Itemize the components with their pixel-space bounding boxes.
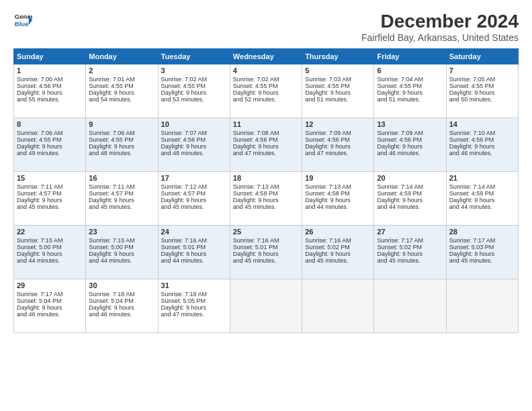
header-day-sunday: Sunday [14, 49, 86, 64]
day-info-line: and 44 minutes. [449, 203, 515, 210]
day-info-line: and 45 minutes. [233, 203, 299, 210]
day-info-line: Sunset: 4:58 PM [305, 190, 371, 197]
calendar-cell: 31Sunrise: 7:18 AMSunset: 5:05 PMDayligh… [158, 279, 230, 333]
day-info-line: Sunrise: 7:09 AM [305, 130, 371, 136]
day-info-line: Sunrise: 7:17 AM [17, 291, 83, 298]
day-info-line: Sunset: 4:56 PM [449, 136, 515, 143]
day-info-line: Sunset: 5:00 PM [17, 244, 83, 250]
calendar-cell: 20Sunrise: 7:14 AMSunset: 4:59 PMDayligh… [374, 172, 446, 226]
day-info-line: and 44 minutes. [17, 257, 83, 264]
day-info-line: Sunrise: 7:16 AM [305, 237, 371, 244]
day-number: 10 [161, 120, 227, 128]
day-info-line: Sunset: 5:02 PM [305, 244, 371, 250]
day-info-line: and 55 minutes. [17, 96, 83, 103]
header-day-wednesday: Wednesday [230, 49, 302, 64]
header-day-monday: Monday [86, 49, 158, 64]
day-info-line: Sunrise: 7:15 AM [17, 237, 83, 244]
calendar-week-row: 22Sunrise: 7:15 AMSunset: 5:00 PMDayligh… [14, 226, 519, 279]
day-info-line: Sunrise: 7:14 AM [377, 183, 443, 190]
header-day-saturday: Saturday [446, 49, 518, 64]
day-info-line: and 47 minutes. [305, 150, 371, 156]
day-info-line: Daylight: 9 hours [17, 89, 83, 96]
header-day-thursday: Thursday [302, 49, 374, 64]
day-info-line: and 47 minutes. [233, 150, 299, 156]
day-info-line: Sunset: 5:02 PM [377, 244, 443, 250]
day-number: 29 [17, 281, 83, 289]
day-number: 19 [305, 174, 371, 182]
day-info-line: Sunset: 4:59 PM [449, 190, 515, 197]
calendar-cell: 7Sunrise: 7:05 AMSunset: 4:55 PMDaylight… [446, 64, 518, 118]
day-info-line: Daylight: 9 hours [377, 250, 443, 257]
day-number: 21 [449, 174, 515, 182]
day-info-line: Daylight: 9 hours [17, 197, 83, 203]
calendar-cell: 30Sunrise: 7:18 AMSunset: 5:04 PMDayligh… [86, 279, 158, 333]
day-number: 6 [377, 66, 443, 75]
day-info-line: and 44 minutes. [161, 257, 227, 264]
day-info-line: Sunset: 4:55 PM [305, 83, 371, 89]
day-info-line: and 45 minutes. [233, 257, 299, 264]
day-info-line: Daylight: 9 hours [377, 143, 443, 150]
day-info-line: Daylight: 9 hours [377, 197, 443, 203]
day-number: 11 [233, 120, 299, 128]
calendar-cell: 17Sunrise: 7:12 AMSunset: 4:57 PMDayligh… [158, 172, 230, 226]
page: General Blue December 2024 Fairfield Bay… [0, 0, 532, 411]
day-info-line: Sunset: 4:56 PM [305, 136, 371, 143]
day-info-line: Sunset: 4:56 PM [17, 83, 83, 89]
day-info-line: Daylight: 9 hours [233, 197, 299, 203]
day-number: 13 [377, 120, 443, 128]
calendar-cell: 8Sunrise: 7:06 AMSunset: 4:55 PMDaylight… [14, 118, 86, 172]
day-info-line: and 47 minutes. [161, 311, 227, 318]
day-info-line: Sunrise: 7:02 AM [233, 76, 299, 83]
day-info-line: Daylight: 9 hours [89, 89, 154, 96]
day-info-line: and 54 minutes. [89, 96, 154, 103]
calendar-cell: 29Sunrise: 7:17 AMSunset: 5:04 PMDayligh… [14, 279, 86, 333]
day-number: 23 [89, 228, 154, 236]
day-info-line: Sunset: 4:55 PM [17, 136, 83, 143]
header-day-friday: Friday [374, 49, 446, 64]
day-info-line: Daylight: 9 hours [17, 250, 83, 257]
day-info-line: Daylight: 9 hours [89, 250, 154, 257]
day-info-line: Daylight: 9 hours [161, 143, 227, 150]
calendar-cell: 14Sunrise: 7:10 AMSunset: 4:56 PMDayligh… [446, 118, 518, 172]
day-info-line: Sunrise: 7:07 AM [161, 130, 227, 136]
day-number: 17 [161, 174, 227, 182]
day-info-line: Daylight: 9 hours [449, 197, 515, 203]
day-info-line: Sunset: 4:57 PM [17, 190, 83, 197]
day-number: 15 [17, 174, 83, 182]
calendar-cell: 13Sunrise: 7:09 AMSunset: 4:56 PMDayligh… [374, 118, 446, 172]
day-info-line: Sunset: 4:55 PM [161, 83, 227, 89]
day-info-line: Sunset: 4:58 PM [233, 190, 299, 197]
day-info-line: Sunset: 5:04 PM [89, 298, 154, 304]
calendar-cell: 4Sunrise: 7:02 AMSunset: 4:55 PMDaylight… [230, 64, 302, 118]
day-info-line: Sunset: 4:59 PM [377, 190, 443, 197]
calendar-week-row: 8Sunrise: 7:06 AMSunset: 4:55 PMDaylight… [14, 118, 519, 172]
day-number: 24 [161, 228, 227, 236]
day-info-line: Sunrise: 7:10 AM [449, 130, 515, 136]
calendar-cell: 27Sunrise: 7:17 AMSunset: 5:02 PMDayligh… [374, 226, 446, 279]
day-info-line: Sunrise: 7:16 AM [161, 237, 227, 244]
day-number: 3 [161, 66, 227, 75]
day-info-line: Sunrise: 7:16 AM [233, 237, 299, 244]
calendar-cell: 12Sunrise: 7:09 AMSunset: 4:56 PMDayligh… [302, 118, 374, 172]
day-info-line: Sunrise: 7:01 AM [89, 76, 154, 83]
calendar-cell: 23Sunrise: 7:15 AMSunset: 5:00 PMDayligh… [86, 226, 158, 279]
calendar-week-row: 29Sunrise: 7:17 AMSunset: 5:04 PMDayligh… [14, 279, 519, 333]
calendar-cell: 15Sunrise: 7:11 AMSunset: 4:57 PMDayligh… [14, 172, 86, 226]
calendar-cell: 5Sunrise: 7:03 AMSunset: 4:55 PMDaylight… [302, 64, 374, 118]
logo-icon: General Blue [13, 11, 32, 30]
day-info-line: and 46 minutes. [449, 150, 515, 156]
day-info-line: Sunset: 4:56 PM [161, 136, 227, 143]
day-info-line: Sunset: 4:55 PM [89, 136, 154, 143]
day-info-line: and 48 minutes. [161, 150, 227, 156]
day-info-line: Daylight: 9 hours [305, 143, 371, 150]
day-info-line: Daylight: 9 hours [161, 304, 227, 311]
day-info-line: and 53 minutes. [161, 96, 227, 103]
day-info-line: and 48 minutes. [89, 150, 154, 156]
day-info-line: and 51 minutes. [305, 96, 371, 103]
day-number: 16 [89, 174, 154, 182]
day-number: 9 [89, 120, 154, 128]
day-number: 22 [17, 228, 83, 236]
calendar-cell: 18Sunrise: 7:13 AMSunset: 4:58 PMDayligh… [230, 172, 302, 226]
day-info-line: Sunrise: 7:14 AM [449, 183, 515, 190]
day-info-line: Sunrise: 7:17 AM [449, 237, 515, 244]
